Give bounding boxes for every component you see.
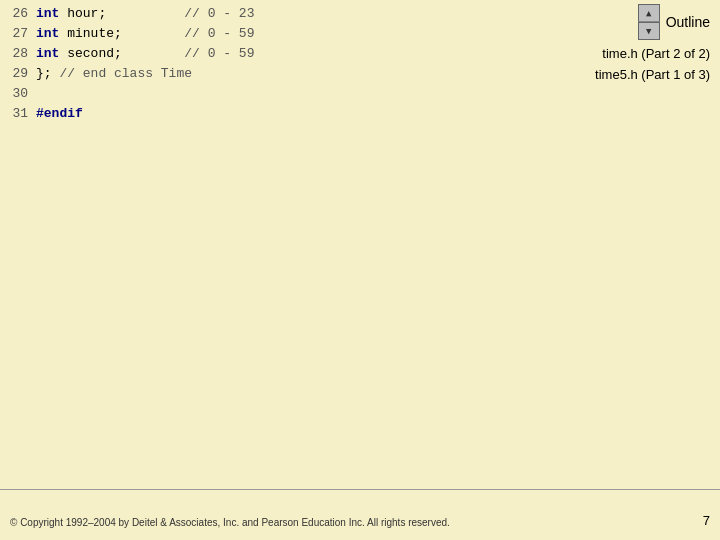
line-num-28: 28 [0,46,36,61]
page-number: 7 [703,513,710,528]
subtitle2: time5.h (Part 1 of 3) [595,67,710,82]
outline-row: ▲ ▼ Outline [638,4,710,40]
line-code-26: int hour; // 0 - 23 [36,6,254,21]
line-code-31: #endif [36,106,83,121]
footer: © Copyright 1992–2004 by Deitel & Associ… [10,517,660,528]
nav-up-button[interactable]: ▲ [638,4,660,22]
code-line-30: 30 [0,86,720,106]
line-num-29: 29 [0,66,36,81]
subtitle1: time.h (Part 2 of 2) [602,46,710,61]
line-num-27: 27 [0,26,36,41]
copyright-text: © Copyright 1992–2004 by Deitel & Associ… [10,517,450,528]
nav-down-button[interactable]: ▼ [638,22,660,40]
line-code-28: int second; // 0 - 59 [36,46,254,61]
line-code-27: int minute; // 0 - 59 [36,26,254,41]
main-area: 26 int hour; // 0 - 23 27 int minute; //… [0,0,720,540]
line-num-26: 26 [0,6,36,21]
line-num-30: 30 [0,86,36,101]
code-line-31: 31 #endif [0,106,720,126]
outline-label: Outline [666,14,710,30]
line-num-31: 31 [0,106,36,121]
separator-line [0,489,720,490]
right-panel: ▲ ▼ Outline time.h (Part 2 of 2) time5.h… [595,4,710,82]
line-code-29: }; // end class Time [36,66,192,81]
nav-buttons: ▲ ▼ [638,4,660,40]
line-code-30 [36,86,44,101]
